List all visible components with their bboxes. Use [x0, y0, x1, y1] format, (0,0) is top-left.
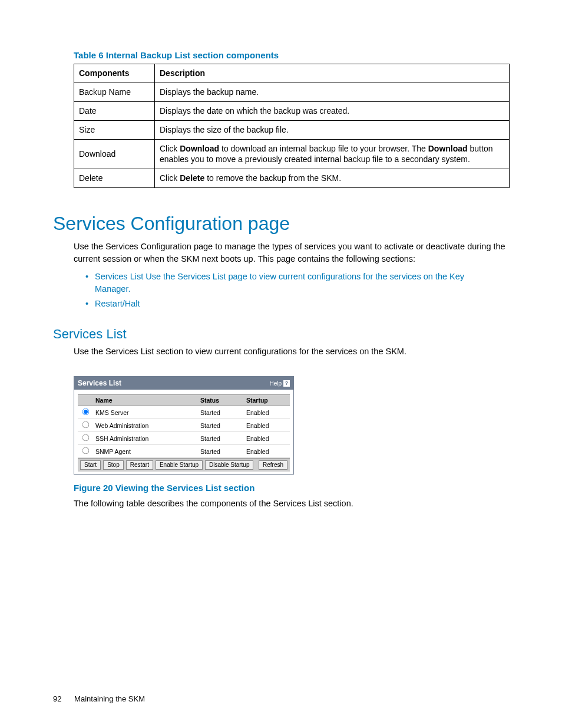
cell-name: Web Administration	[93, 419, 198, 432]
table-header-row: Components Description	[74, 64, 510, 83]
cell-startup: Enabled	[244, 432, 290, 445]
cell-status: Started	[198, 432, 244, 445]
table-row: SNMP AgentStartedEnabled	[78, 445, 290, 458]
th-status: Status	[198, 395, 244, 406]
table-row: Web AdministrationStartedEnabled	[78, 419, 290, 432]
services-table: Name Status Startup KMS ServerStartedEna…	[78, 394, 290, 458]
th-components: Components	[74, 64, 155, 83]
th-description: Description	[155, 64, 510, 83]
service-radio[interactable]	[82, 421, 89, 429]
cell-startup: Enabled	[244, 445, 290, 458]
widget-body: Name Status Startup KMS ServerStartedEna…	[74, 390, 293, 474]
help-link[interactable]: Help ?	[269, 380, 290, 387]
cell-component: Download	[74, 139, 155, 169]
table-row: SSH AdministrationStartedEnabled	[78, 432, 290, 445]
start-button[interactable]: Start	[80, 460, 101, 470]
cell-component: Size	[74, 120, 155, 139]
cell-component: Backup Name	[74, 83, 155, 101]
cell-description: Click Download to download an internal b…	[155, 139, 510, 169]
heading-services-configuration: Services Configuration page	[53, 213, 509, 235]
list-item[interactable]: Services List Use the Services List page…	[85, 271, 498, 295]
table6: Components Description Backup NameDispla…	[74, 64, 510, 188]
figure20-caption: Figure 20 Viewing the Services List sect…	[74, 483, 509, 493]
cell-status: Started	[198, 406, 244, 419]
widget-header: Services List Help ?	[74, 377, 293, 390]
page-footer: 92 Maintaining the SKM	[53, 694, 145, 703]
cell-radio	[78, 406, 93, 419]
cell-description: Displays the backup name.	[155, 83, 510, 101]
table-row: DownloadClick Download to download an in…	[74, 139, 510, 169]
cell-startup: Enabled	[244, 406, 290, 419]
cell-status: Started	[198, 445, 244, 458]
th-name: Name	[93, 395, 198, 406]
cell-component: Delete	[74, 169, 155, 188]
chapter-title: Maintaining the SKM	[74, 694, 145, 703]
list-item[interactable]: Restart/Halt	[85, 298, 498, 310]
cell-name: SSH Administration	[93, 432, 198, 445]
cell-radio	[78, 432, 93, 445]
help-icon: ?	[283, 380, 290, 387]
cell-description: Displays the size of the backup file.	[155, 120, 510, 139]
paragraph: Use the Services List section to view cu…	[74, 345, 509, 357]
table6-caption: Table 6 Internal Backup List section com…	[74, 50, 509, 60]
services-list-widget: Services List Help ? Name Status Startup…	[74, 376, 294, 475]
bullets: Services List Use the Services List page…	[85, 271, 498, 310]
service-radio[interactable]	[82, 434, 89, 442]
cell-radio	[78, 445, 93, 458]
cell-description: Displays the date on which the backup wa…	[155, 101, 510, 120]
paragraph: Use the Services Configuration page to m…	[74, 241, 509, 265]
cell-radio	[78, 419, 93, 432]
heading-services-list: Services List	[53, 327, 509, 342]
widget-title: Services List	[78, 379, 121, 387]
table-row: DateDisplays the date on which the backu…	[74, 101, 510, 120]
cell-startup: Enabled	[244, 419, 290, 432]
document-page: Table 6 Internal Backup List section com…	[0, 0, 562, 728]
cell-component: Date	[74, 101, 155, 120]
enable-startup-button[interactable]: Enable Startup	[156, 460, 203, 470]
table-row: Backup NameDisplays the backup name.	[74, 83, 510, 101]
cell-name: KMS Server	[93, 406, 198, 419]
cell-name: SNMP Agent	[93, 445, 198, 458]
th-radio	[78, 395, 93, 406]
table-row: DeleteClick Delete to remove the backup …	[74, 169, 510, 188]
help-label: Help	[269, 380, 282, 387]
service-radio[interactable]	[82, 447, 89, 454]
paragraph: The following table describes the compon…	[74, 498, 509, 509]
disable-startup-button[interactable]: Disable Startup	[205, 460, 253, 470]
cell-description: Click Delete to remove the backup from t…	[155, 169, 510, 188]
service-radio[interactable]	[82, 409, 89, 416]
th-startup: Startup	[244, 395, 290, 406]
page-number: 92	[53, 694, 61, 703]
table-row: SizeDisplays the size of the backup file…	[74, 120, 510, 139]
widget-button-bar: Start Stop Restart Enable Startup Disabl…	[78, 458, 290, 472]
refresh-button[interactable]: Refresh	[259, 460, 287, 470]
cell-status: Started	[198, 419, 244, 432]
restart-button[interactable]: Restart	[126, 460, 153, 470]
table-row: KMS ServerStartedEnabled	[78, 406, 290, 419]
stop-button[interactable]: Stop	[103, 460, 124, 470]
table-header-row: Name Status Startup	[78, 395, 290, 406]
